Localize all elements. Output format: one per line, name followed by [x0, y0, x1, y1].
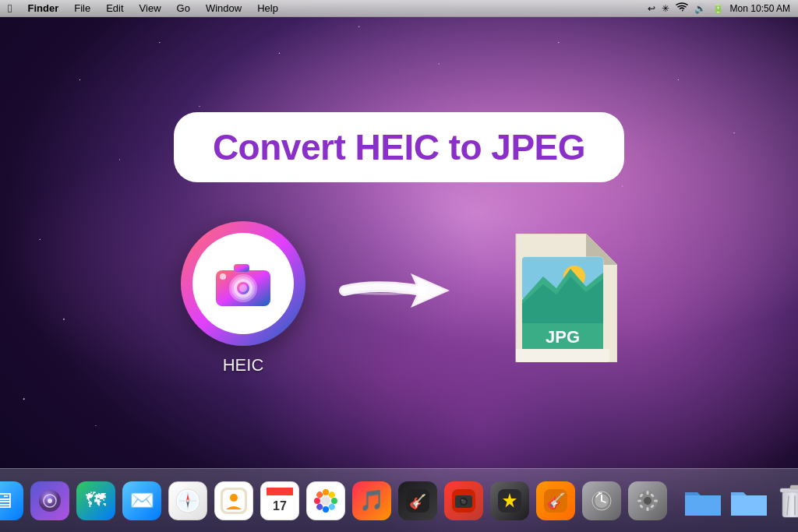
help-menu[interactable]: Help: [249, 0, 286, 17]
finder-menu[interactable]: Finder: [19, 0, 66, 17]
dock-photobooth[interactable]: [442, 479, 485, 522]
convert-banner: Convert HEIC to JPEG: [174, 112, 624, 182]
dock-mail[interactable]: ✉️: [120, 479, 163, 522]
svg-rect-58: [646, 491, 648, 495]
svg-rect-60: [637, 499, 641, 502]
svg-rect-66: [782, 491, 799, 517]
svg-point-27: [230, 494, 238, 502]
svg-text:JPG: JPG: [546, 327, 580, 347]
dock-photos[interactable]: [304, 479, 347, 522]
svg-rect-61: [654, 499, 658, 502]
dock-folder1[interactable]: [681, 479, 724, 522]
dock-folder2[interactable]: [727, 479, 770, 522]
svg-rect-28: [267, 488, 293, 495]
heic-label: HEIC: [223, 355, 264, 375]
dock-preferences[interactable]: [626, 479, 669, 522]
jpg-icon-wrapper[interactable]: JPG: [508, 234, 617, 362]
heic-circle: [181, 221, 305, 346]
svg-point-36: [323, 506, 329, 513]
heic-icon-wrapper[interactable]: HEIC: [181, 221, 305, 375]
file-menu[interactable]: File: [66, 0, 98, 17]
svg-point-32: [323, 489, 329, 495]
svg-rect-68: [790, 485, 799, 489]
svg-point-31: [321, 496, 330, 506]
desktop:  Finder File Edit View Go Window Help ↩…: [0, 0, 798, 532]
dock-trash[interactable]: [773, 479, 798, 522]
dock-finder[interactable]: 🖥: [0, 479, 25, 522]
svg-text:🎸: 🎸: [409, 493, 427, 510]
volume-icon[interactable]: 🔊: [694, 3, 706, 14]
dock-imovie[interactable]: [488, 479, 531, 522]
edit-menu[interactable]: Edit: [98, 0, 131, 17]
dock-calendar[interactable]: 17: [258, 479, 301, 522]
apple-menu[interactable]: : [0, 0, 19, 17]
menubar:  Finder File Edit View Go Window Help ↩…: [0, 0, 798, 17]
main-content: Convert HEIC to JPEG: [0, 17, 798, 470]
icons-area: HEIC: [181, 221, 617, 375]
svg-point-18: [48, 499, 52, 503]
svg-rect-1: [234, 264, 249, 272]
svg-point-7: [220, 273, 226, 280]
convert-title: Convert HEIC to JPEG: [213, 126, 585, 168]
svg-point-38: [314, 498, 320, 504]
dock-launchpad[interactable]: [28, 479, 71, 522]
svg-point-6: [239, 284, 247, 292]
go-menu[interactable]: Go: [169, 0, 198, 17]
dock: 🖥 🗺 ✉️: [0, 468, 798, 532]
heic-inner: [192, 233, 294, 334]
dock-garageband[interactable]: 🎸: [534, 479, 577, 522]
svg-point-34: [331, 498, 337, 504]
dock-maps[interactable]: 🗺: [74, 479, 117, 522]
svg-rect-59: [646, 507, 648, 511]
time-machine-icon[interactable]: ↩: [648, 3, 655, 14]
bluetooth-icon[interactable]: ✳: [662, 3, 669, 14]
dock-contacts[interactable]: [212, 479, 255, 522]
view-menu[interactable]: View: [132, 0, 169, 17]
svg-rect-11: [522, 312, 603, 323]
svg-point-57: [644, 497, 651, 505]
camera-svg: [212, 256, 274, 311]
svg-point-46: [461, 499, 463, 501]
wifi-icon[interactable]: [676, 2, 688, 14]
arrow-wrapper: [337, 252, 477, 329]
battery-icon[interactable]: 🔋: [712, 3, 724, 14]
svg-text:🎸: 🎸: [546, 491, 565, 510]
arrow-svg: [337, 252, 477, 329]
dock-music-app[interactable]: 🎸: [396, 479, 439, 522]
jpg-file-svg: JPG: [508, 234, 617, 362]
window-menu[interactable]: Window: [198, 0, 249, 17]
svg-text:17: 17: [273, 499, 287, 513]
dock-itunes[interactable]: 🎵: [350, 479, 393, 522]
dock-safari[interactable]: [166, 479, 209, 522]
clock: Mon 10:50 AM: [730, 3, 790, 14]
dock-timemachine[interactable]: [580, 479, 623, 522]
